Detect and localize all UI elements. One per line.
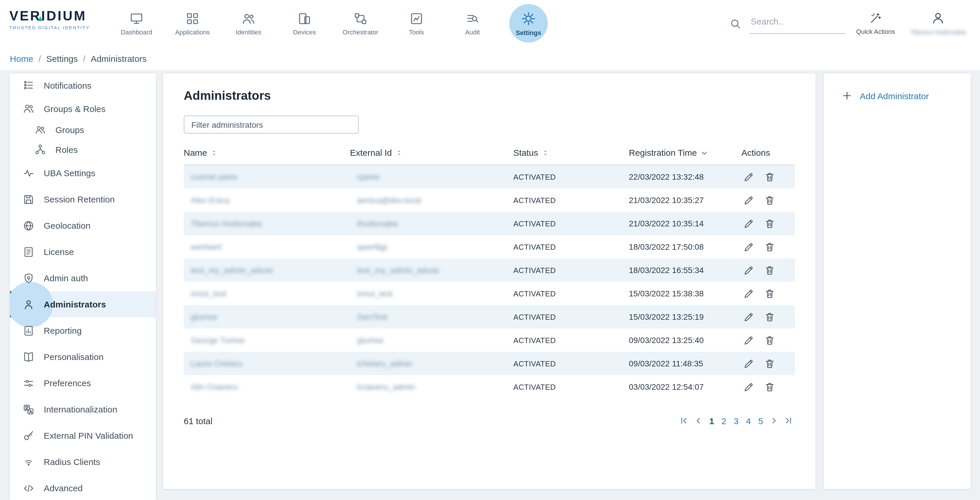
column-header-status[interactable]: Status [513,143,624,165]
status-badge: ACTIVATED [513,359,556,368]
table-row[interactable]: test_my_admin_adusetest_my_admin_aduseAC… [184,258,795,282]
preferences-icon [23,377,34,389]
filter-administrators-input[interactable] [184,116,359,134]
nav-item-devices[interactable]: Devices [277,0,332,47]
reporting-icon [23,325,34,336]
prev-page-button[interactable] [692,414,705,428]
wand-icon [869,12,882,24]
edit-button[interactable] [741,263,756,278]
edit-button[interactable] [741,169,756,185]
first-page-button[interactable] [677,414,690,428]
column-header-registration-time[interactable]: Registration Time [624,143,733,165]
next-page-icon [769,416,779,425]
edit-icon [743,358,754,369]
sidebar-item-groups[interactable]: Groups [10,120,156,139]
table-row[interactable]: George TumsegtumseACTIVATED09/03/2022 13… [184,328,795,352]
last-page-button[interactable] [782,414,795,428]
nav-item-label: Orchestrator [343,28,378,35]
edit-button[interactable] [741,239,756,254]
sidebar-item-personalisation[interactable]: Personalisation [10,344,156,370]
next-page-button[interactable] [768,414,781,428]
admin-external-id: GeoTest [357,312,387,322]
edit-button[interactable] [741,193,756,208]
table-row[interactable]: Alin Craioerulcraioeru_adminACTIVATED03/… [184,375,795,398]
sidebar-item-advanced[interactable]: Advanced [10,475,156,500]
sidebar-item-administrators[interactable]: Administrators [10,291,156,317]
table-header-row: NameExternal IdStatusRegistration TimeAc… [184,143,795,165]
delete-button[interactable] [762,286,777,301]
page-3-button[interactable]: 3 [731,414,741,428]
nav-item-dashboard[interactable]: Dashboard [108,0,164,47]
delete-button[interactable] [762,169,777,185]
edit-button[interactable] [741,309,756,324]
nav-item-settings[interactable]: Settings [501,0,557,47]
page-2-button[interactable]: 2 [719,414,729,428]
sidebar-item-notifications[interactable]: Notifications [10,73,156,97]
tools-icon [409,11,423,25]
edit-button[interactable] [741,333,756,348]
registration-time: 18/03/2022 16:55:34 [629,266,704,275]
user-menu[interactable]: Tiberius Hodorsaba [908,0,968,47]
edit-button[interactable] [741,286,756,301]
user-icon [931,11,945,25]
sidebar-item-session-retention[interactable]: Session Retention [10,186,156,212]
nav-item-applications[interactable]: Applications [164,0,221,47]
nav-item-orchestrator[interactable]: Orchestrator [332,0,388,47]
sidebar-item-reporting[interactable]: Reporting [10,317,156,344]
sidebar-item-preferences[interactable]: Preferences [10,370,156,396]
delete-button[interactable] [762,356,777,371]
table-row[interactable]: Alex Enicaaenica@dev.localACTIVATED21/03… [184,188,795,212]
edit-button[interactable] [741,356,756,371]
sidebar-item-external-pin-validation[interactable]: External PIN Validation [10,422,156,449]
table-row[interactable]: ionut_testionut_testACTIVATED15/03/2022 … [184,282,795,305]
delete-button[interactable] [762,193,777,208]
table-row[interactable]: gtumseGeoTestACTIVATED15/03/2022 13:25:1… [184,305,795,328]
sidebar-item-radius-clients[interactable]: Radius Clients [10,449,156,475]
delete-button[interactable] [762,309,777,324]
sidebar-item-uba-settings[interactable]: UBA Settings [10,160,156,186]
column-header-external-id[interactable]: External Id [350,143,513,165]
quick-actions-button[interactable]: Quick Actions [849,0,902,47]
page-4-button[interactable]: 4 [743,414,754,428]
quick-actions-label: Quick Actions [856,28,895,35]
breadcrumb-item-home[interactable]: Home [10,53,33,63]
admin-name: ionut_test [191,289,226,298]
table-row[interactable]: Tiberius HodorsabathodorsabaACTIVATED21/… [184,212,795,235]
delete-button[interactable] [762,216,777,231]
admin-external-id: ionut_test [357,289,392,298]
chevron-down-icon[interactable] [700,150,708,157]
delete-button[interactable] [762,239,777,254]
notifications-icon [23,80,34,91]
page-5-button[interactable]: 5 [756,414,766,428]
sidebar-item-internationalization[interactable]: Internationalization [10,396,156,422]
sort-toggle-icon[interactable] [542,150,549,156]
delete-button[interactable] [762,333,777,348]
page-1-button[interactable]: 1 [706,414,717,428]
search-input[interactable] [749,15,845,34]
search-box[interactable] [729,18,845,36]
sidebar-item-roles[interactable]: Roles [10,139,156,160]
sidebar-item-groups-roles[interactable]: Groups & Roles [10,97,156,120]
status-badge: ACTIVATED [513,266,556,275]
nav-item-tools[interactable]: Tools [388,0,444,47]
column-header-name[interactable]: Name [184,143,350,165]
sidebar-item-geolocation[interactable]: Geolocation [10,212,156,239]
nav-item-audit[interactable]: Audit [444,0,501,47]
sort-toggle-icon[interactable] [395,150,402,156]
edit-button[interactable] [741,216,756,231]
delete-button[interactable] [762,379,777,394]
admin-name: Alex Enica [191,196,229,205]
table-row[interactable]: wertwertqwertkjpACTIVATED18/03/2022 17:5… [184,235,795,258]
edit-button[interactable] [741,379,756,394]
veridium-logo[interactable]: VERIDIUM TRUSTED DIGITAL IDENTITY [10,9,108,30]
prev-page-icon [694,416,703,425]
sidebar-item-license[interactable]: License [10,239,156,265]
delete-button[interactable] [762,263,777,278]
sidebar-item-label: Groups [56,124,84,134]
sort-toggle-icon[interactable] [211,150,218,156]
table-row[interactable]: Laura Chelarulchelaru_adminACTIVATED09/0… [184,352,795,375]
table-row[interactable]: cosmin petrecpetreACTIVATED22/03/2022 13… [184,165,795,188]
admin-name: wertwert [191,242,222,252]
add-administrator-button[interactable]: Add Administrator [841,90,970,102]
nav-item-identities[interactable]: Identities [221,0,277,47]
